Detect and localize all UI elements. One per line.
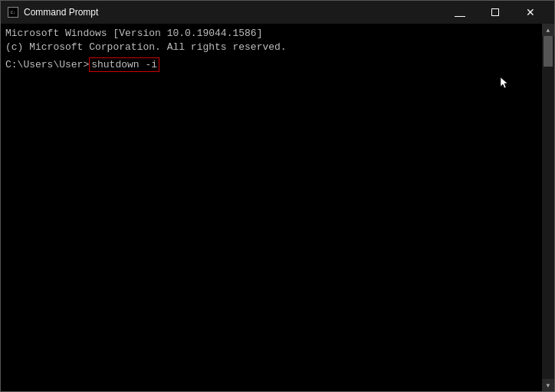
minimize-icon: — <box>455 10 465 21</box>
command-line: C:\Users\User>shutdown -i <box>5 57 550 72</box>
scroll-down-button[interactable]: ▼ <box>542 379 554 391</box>
minimize-button[interactable]: — <box>442 1 478 24</box>
scrollbar[interactable]: ▲ ▼ <box>542 24 554 391</box>
maximize-icon <box>491 8 499 16</box>
scroll-up-icon: ▲ <box>547 27 550 34</box>
close-button[interactable]: ✕ <box>513 1 548 24</box>
command-prompt-window: Command Prompt — ✕ Microsoft Windows [Ve… <box>0 0 555 392</box>
title-bar: Command Prompt — ✕ <box>1 1 554 24</box>
command-prompt: C:\Users\User> <box>5 59 89 70</box>
maximize-button[interactable] <box>478 1 513 24</box>
terminal-body[interactable]: Microsoft Windows [Version 10.0.19044.15… <box>1 24 554 391</box>
terminal-line-2: (c) Microsoft Corporation. All rights re… <box>5 41 550 54</box>
window-title: Command Prompt <box>24 7 442 18</box>
terminal-line-1: Microsoft Windows [Version 10.0.19044.15… <box>5 27 550 41</box>
scrollbar-thumb[interactable] <box>544 36 553 67</box>
close-icon: ✕ <box>526 6 535 18</box>
mouse-cursor <box>499 76 510 93</box>
window-controls: — ✕ <box>442 1 548 24</box>
command-text: shutdown -i <box>89 57 159 72</box>
scroll-down-icon: ▼ <box>547 382 550 389</box>
app-icon <box>7 6 19 18</box>
scrollbar-track[interactable] <box>542 36 554 379</box>
cmd-icon <box>8 7 18 18</box>
scroll-up-button[interactable]: ▲ <box>542 24 554 36</box>
